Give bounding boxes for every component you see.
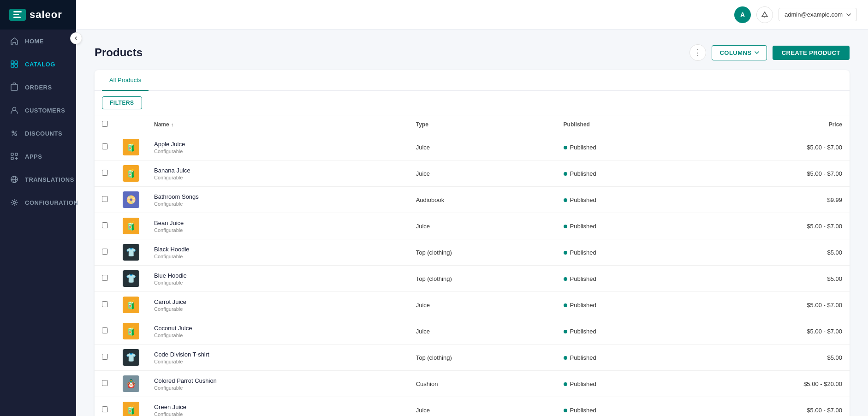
product-name-cell: Colored Parrot CushionConfigurable — [147, 371, 409, 397]
product-name-cell: Banana JuiceConfigurable — [147, 160, 409, 187]
row-checkbox-cell — [95, 345, 115, 371]
table-row[interactable]: 🧃Green JuiceConfigurableJuicePublished$5… — [95, 397, 850, 416]
published-dot — [564, 303, 567, 307]
price-header: Price — [694, 115, 850, 134]
sidebar: saleor HOMECATALOGORDERSCUSTOMERSDISCOUN… — [0, 0, 76, 416]
table-row[interactable]: 👕Code Division T-shirtConfigurableTop (c… — [95, 345, 850, 371]
catalog-icon — [9, 59, 19, 69]
sidebar-item-label-apps: APPS — [25, 153, 42, 160]
row-checkbox[interactable] — [102, 380, 108, 386]
select-all-checkbox[interactable] — [102, 121, 108, 127]
sidebar-item-home[interactable]: HOME — [0, 30, 76, 53]
svg-point-9 — [12, 131, 14, 133]
svg-rect-5 — [11, 65, 14, 67]
published-label: Published — [570, 407, 596, 414]
product-name-cell: Coconut JuiceConfigurable — [147, 318, 409, 345]
published-dot — [564, 382, 567, 386]
product-subtype: Configurable — [154, 359, 401, 364]
sidebar-item-configuration[interactable]: CONFIGURATION — [0, 191, 76, 214]
product-name: Blue Hoodie — [154, 272, 401, 279]
sidebar-item-catalog[interactable]: CATALOG — [0, 53, 76, 76]
table-row[interactable]: 📀Bathroom SongsConfigurableAudiobookPubl… — [95, 187, 850, 213]
row-checkbox[interactable] — [102, 249, 108, 255]
row-checkbox[interactable] — [102, 170, 108, 176]
row-checkbox[interactable] — [102, 196, 108, 202]
published-label: Published — [570, 328, 596, 335]
type-header: Type — [409, 115, 556, 134]
table-row[interactable]: 🧃Apple JuiceConfigurableJuicePublished$5… — [95, 134, 850, 160]
create-product-button[interactable]: CREATE PRODUCT — [773, 46, 850, 60]
notifications-button[interactable] — [756, 6, 773, 23]
table-row[interactable]: 🧃Carrot JuiceConfigurableJuicePublished$… — [95, 292, 850, 318]
row-checkbox[interactable] — [102, 327, 108, 333]
user-menu[interactable]: admin@example.com — [779, 8, 857, 21]
row-checkbox[interactable] — [102, 222, 108, 228]
select-all-header — [95, 115, 115, 134]
row-checkbox[interactable] — [102, 143, 108, 149]
sidebar-item-orders[interactable]: ORDERS — [0, 76, 76, 99]
sidebar-collapse-button[interactable] — [70, 32, 82, 44]
search-input[interactable] — [148, 99, 842, 107]
product-thumbnail: 🧃 — [123, 402, 139, 416]
row-checkbox[interactable] — [102, 275, 108, 281]
svg-rect-0 — [13, 11, 22, 12]
row-checkbox-cell — [95, 187, 115, 213]
svg-rect-1 — [13, 14, 19, 15]
product-price-cell: $5.00 - $7.00 — [694, 213, 850, 239]
columns-button[interactable]: COLUMNS — [712, 45, 767, 60]
product-price-cell: $5.00 - $7.00 — [694, 134, 850, 160]
row-checkbox[interactable] — [102, 301, 108, 307]
table-row[interactable]: 👕Black HoodieConfigurableTop (clothing)P… — [95, 239, 850, 266]
product-name-cell: Blue HoodieConfigurable — [147, 266, 409, 292]
row-checkbox[interactable] — [102, 354, 108, 360]
table-row[interactable]: 🧃Coconut JuiceConfigurableJuicePublished… — [95, 318, 850, 345]
row-checkbox-cell — [95, 134, 115, 160]
svg-rect-12 — [11, 153, 13, 155]
sidebar-item-translations[interactable]: TRANSLATIONS — [0, 168, 76, 191]
table-row[interactable]: 🧃Bean JuiceConfigurableJuicePublished$5.… — [95, 213, 850, 239]
product-thumbnail: 🧃 — [123, 139, 139, 155]
sidebar-item-customers[interactable]: CUSTOMERS — [0, 99, 76, 122]
discounts-icon — [9, 128, 19, 138]
user-email: admin@example.com — [785, 11, 843, 18]
product-name: Bathroom Songs — [154, 193, 401, 200]
product-thumbnail-cell: 🧃 — [115, 292, 147, 318]
more-options-button[interactable]: ⋮ — [690, 44, 706, 61]
published-label: Published — [570, 380, 596, 387]
row-checkbox-cell — [95, 292, 115, 318]
sidebar-item-label-catalog: CATALOG — [25, 61, 55, 68]
product-price-cell: $5.00 — [694, 345, 850, 371]
logo-text: saleor — [30, 9, 62, 21]
product-thumbnail-cell: 🧃 — [115, 160, 147, 187]
row-checkbox[interactable] — [102, 406, 108, 412]
table-row[interactable]: 🪆Colored Parrot CushionConfigurableCushi… — [95, 371, 850, 397]
product-name-cell: Carrot JuiceConfigurable — [147, 292, 409, 318]
tab-bar: All Products — [95, 70, 850, 91]
table-row[interactable]: 👕Blue HoodieConfigurableTop (clothing)Pu… — [95, 266, 850, 292]
product-name-cell: Apple JuiceConfigurable — [147, 134, 409, 160]
configuration-icon — [9, 197, 19, 208]
product-name: Carrot Juice — [154, 298, 401, 305]
product-subtype: Configurable — [154, 227, 401, 233]
tab-all-products[interactable]: All Products — [102, 70, 149, 91]
home-icon — [9, 36, 19, 46]
sidebar-item-apps[interactable]: APPS — [0, 145, 76, 168]
product-type-cell: Juice — [409, 160, 556, 187]
svg-rect-14 — [11, 157, 13, 160]
filters-button[interactable]: FILTERS — [102, 96, 142, 109]
published-dot — [564, 251, 567, 255]
sidebar-item-discounts[interactable]: DISCOUNTS — [0, 122, 76, 145]
chevron-down-icon — [755, 51, 759, 54]
published-dot — [564, 356, 567, 360]
published-label: Published — [570, 144, 596, 151]
thumbnail-header — [115, 115, 147, 134]
name-header[interactable]: Name ↑ — [147, 115, 409, 134]
product-thumbnail: 📀 — [123, 191, 139, 208]
product-subtype: Configurable — [154, 254, 401, 259]
apps-icon — [9, 151, 19, 161]
sidebar-item-label-configuration: CONFIGURATION — [25, 199, 78, 206]
product-name-cell: Code Division T-shirtConfigurable — [147, 345, 409, 371]
chevron-down-icon — [846, 13, 851, 16]
table-row[interactable]: 🧃Banana JuiceConfigurableJuicePublished$… — [95, 160, 850, 187]
product-type-cell: Top (clothing) — [409, 239, 556, 266]
